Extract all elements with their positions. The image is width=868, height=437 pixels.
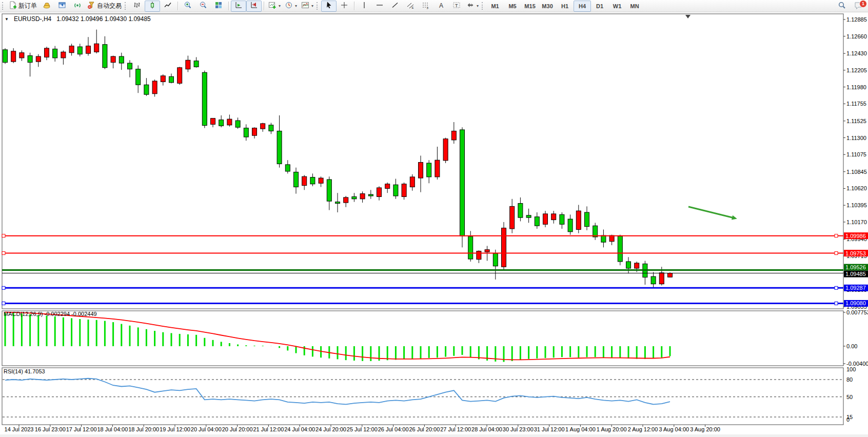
candle-body [45, 48, 49, 57]
time-axis[interactable]: 14 Jul 202316 Jul 23:0017 Jul 12:0018 Ju… [5, 425, 720, 432]
chart-ohlc-values: 1.09432 1.09496 1.09430 1.09485 [56, 15, 151, 23]
text-label-button[interactable]: T [449, 1, 464, 12]
channel-icon: E [406, 1, 415, 11]
candle-body [451, 131, 456, 140]
hline-anchor[interactable] [2, 286, 5, 289]
horizontal-line-button[interactable] [372, 1, 387, 12]
collapse-triangle-icon[interactable]: ▼ [5, 17, 9, 22]
svg-text:2 Aug 12:00: 2 Aug 12:00 [628, 426, 658, 432]
crosshair-button[interactable] [337, 1, 352, 12]
timeframe-button-M5[interactable]: M5 [504, 1, 521, 12]
bar-chart-button[interactable] [129, 1, 145, 12]
timeframe-button-H1[interactable]: H1 [556, 1, 574, 12]
zoom-out-button[interactable] [195, 1, 211, 12]
candle-body [377, 188, 382, 196]
search-button[interactable] [834, 1, 850, 12]
auto-trading-button[interactable]: 自动交易 [85, 1, 124, 12]
chart-canvas[interactable]: 1.128851.126601.124301.122051.119801.117… [0, 0, 868, 437]
auto-scroll-button[interactable] [231, 1, 246, 12]
tile-windows-icon [214, 1, 223, 11]
svg-text:T: T [455, 3, 458, 8]
data-window-icon [58, 1, 66, 11]
svg-text:1.10845: 1.10845 [846, 169, 867, 175]
candle-body [477, 251, 481, 260]
timeframe-button-D1[interactable]: D1 [591, 1, 608, 12]
market-watch-button[interactable] [39, 1, 54, 12]
timeframe-button-W1[interactable]: W1 [608, 1, 626, 12]
candle-body [53, 49, 57, 57]
svg-text:1.09986: 1.09986 [845, 233, 866, 239]
zoom-out-icon [199, 1, 207, 11]
candle-body [336, 202, 340, 204]
rsi-panel [2, 368, 843, 425]
chevron-down-icon: ▾ [477, 4, 479, 8]
candle-body [402, 184, 406, 197]
cursor-button[interactable] [321, 1, 337, 12]
svg-text:1.11755: 1.11755 [846, 101, 866, 107]
candle-body [69, 46, 74, 53]
data-window-button[interactable] [54, 1, 70, 12]
new-order-button[interactable]: 新订单 [7, 1, 39, 12]
notifications-button[interactable]: 1 [854, 1, 865, 12]
svg-text:E: E [412, 6, 414, 9]
hline-anchor[interactable] [2, 252, 5, 255]
candle-body [368, 194, 373, 196]
toolbar-separator [264, 2, 264, 10]
channel-button[interactable]: E [403, 1, 418, 12]
candle-body [502, 228, 506, 267]
candle-body [601, 235, 606, 242]
fibonacci-button[interactable]: F [418, 1, 433, 12]
svg-text:18 Jul 20:00: 18 Jul 20:00 [128, 426, 159, 432]
candle-body [219, 120, 224, 126]
candle-body [385, 184, 390, 189]
timeframe-button-M30[interactable]: M30 [539, 1, 556, 12]
tile-windows-button[interactable] [211, 1, 226, 12]
hline-anchor[interactable] [835, 302, 838, 305]
svg-text:26 Jul 04:00: 26 Jul 04:00 [378, 426, 409, 432]
indicators-button[interactable]: ▾ [266, 1, 283, 12]
macd-panel [2, 311, 843, 366]
candle-body [393, 185, 398, 196]
text-label-icon: T [452, 1, 461, 11]
svg-text:31 Jul 12:00: 31 Jul 12:00 [534, 426, 565, 432]
hline-anchor[interactable] [2, 234, 5, 237]
timeframe-button-H4[interactable]: H4 [574, 1, 591, 12]
vertical-line-button[interactable] [357, 1, 372, 12]
candle-body [202, 72, 207, 125]
hline-anchor[interactable] [2, 302, 5, 305]
price-axis[interactable]: 1.128851.126601.124301.122051.119801.117… [843, 16, 868, 423]
hline-anchor[interactable] [835, 252, 838, 255]
periods-button[interactable]: ▾ [283, 1, 299, 12]
candle-body [443, 139, 448, 161]
timeframe-button-M15[interactable]: M15 [521, 1, 539, 12]
candle-body [435, 160, 440, 177]
candle-body [269, 125, 273, 131]
hline-anchor[interactable] [835, 234, 838, 237]
zoom-in-button[interactable] [180, 1, 195, 12]
templates-button[interactable]: ▾ [299, 1, 315, 12]
candle-body [526, 215, 531, 217]
bar-chart-icon [133, 1, 141, 11]
text-icon: A [437, 1, 445, 11]
timeframe-button-MN[interactable]: MN [626, 1, 643, 12]
text-button[interactable]: A [433, 1, 449, 12]
candle-body [626, 262, 631, 268]
hline-anchor[interactable] [835, 286, 838, 289]
chart-shift-button[interactable] [246, 1, 262, 12]
candle-body [136, 69, 141, 85]
line-chart-button[interactable] [160, 1, 175, 12]
svg-text:1 Aug 20:00: 1 Aug 20:00 [597, 426, 627, 432]
svg-text:21 Jul 12:00: 21 Jul 12:00 [253, 426, 284, 432]
line-chart-icon [164, 1, 172, 11]
candle-body [560, 214, 564, 224]
chart-title-bar: ▼ EURUSD-,H4 1.09432 1.09496 1.09430 1.0… [5, 15, 151, 23]
arrows-button[interactable]: ▾ [464, 1, 481, 12]
navigator-button[interactable] [70, 1, 85, 12]
trendline-button[interactable] [387, 1, 403, 12]
candle-body [510, 206, 515, 229]
template-icon [301, 1, 309, 11]
svg-text:80: 80 [846, 376, 853, 383]
candlestick-chart-button[interactable] [145, 1, 160, 12]
candle-body [211, 118, 215, 125]
timeframe-button-M1[interactable]: M1 [486, 1, 504, 12]
